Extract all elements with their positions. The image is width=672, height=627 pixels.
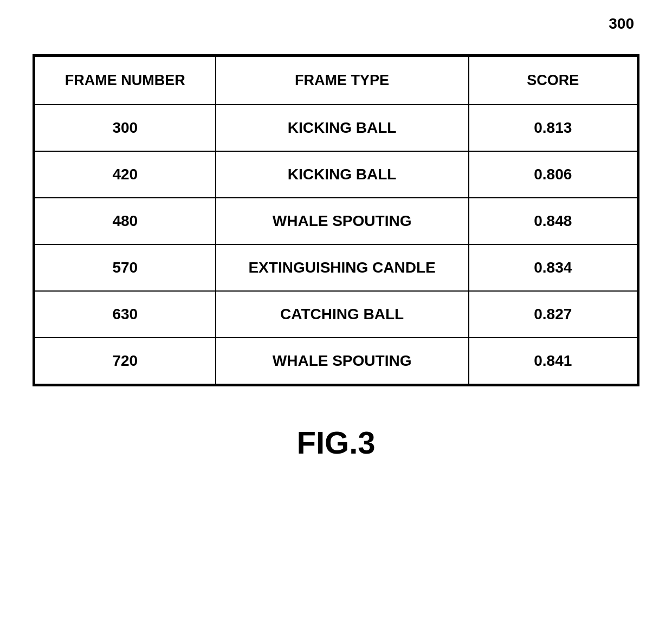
cell-frame-type: WHALE SPOUTING — [216, 198, 469, 244]
cell-frame-number: 630 — [35, 291, 216, 338]
table-row: 300KICKING BALL0.813 — [35, 105, 637, 151]
table-body: 300KICKING BALL0.813420KICKING BALL0.806… — [35, 105, 637, 384]
cell-score: 0.827 — [469, 291, 637, 338]
cell-frame-type: CATCHING BALL — [216, 291, 469, 338]
table-row: 420KICKING BALL0.806 — [35, 151, 637, 198]
cell-score: 0.813 — [469, 105, 637, 151]
cell-frame-number: 570 — [35, 244, 216, 291]
table-row: 720WHALE SPOUTING0.841 — [35, 338, 637, 384]
table-row: 480WHALE SPOUTING0.848 — [35, 198, 637, 244]
header-frame-type: FRAME TYPE — [216, 56, 469, 105]
cell-score: 0.841 — [469, 338, 637, 384]
cell-frame-number: 420 — [35, 151, 216, 198]
cell-score: 0.806 — [469, 151, 637, 198]
cell-frame-type: WHALE SPOUTING — [216, 338, 469, 384]
page-container: 300 FRAME NUMBER FRAME TYPE SCORE 300KIC… — [0, 0, 672, 627]
figure-caption: FIG.3 — [296, 424, 375, 461]
figure-number-label: 300 — [609, 15, 634, 33]
cell-frame-number: 300 — [35, 105, 216, 151]
cell-frame-number: 480 — [35, 198, 216, 244]
data-table-wrapper: FRAME NUMBER FRAME TYPE SCORE 300KICKING… — [33, 54, 639, 386]
cell-frame-number: 720 — [35, 338, 216, 384]
cell-score: 0.848 — [469, 198, 637, 244]
data-table: FRAME NUMBER FRAME TYPE SCORE 300KICKING… — [34, 56, 638, 385]
table-header-row: FRAME NUMBER FRAME TYPE SCORE — [35, 56, 637, 105]
header-score: SCORE — [469, 56, 637, 105]
table-row: 630CATCHING BALL0.827 — [35, 291, 637, 338]
table-row: 570EXTINGUISHING CANDLE0.834 — [35, 244, 637, 291]
cell-score: 0.834 — [469, 244, 637, 291]
cell-frame-type: EXTINGUISHING CANDLE — [216, 244, 469, 291]
header-frame-number: FRAME NUMBER — [35, 56, 216, 105]
cell-frame-type: KICKING BALL — [216, 151, 469, 198]
cell-frame-type: KICKING BALL — [216, 105, 469, 151]
